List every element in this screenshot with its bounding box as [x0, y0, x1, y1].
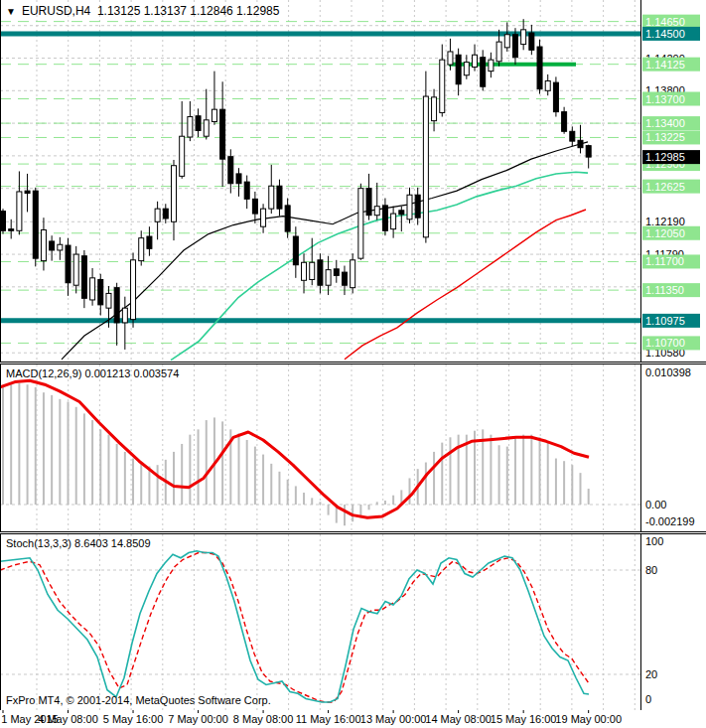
candle[interactable] [204, 120, 209, 136]
main-chart-panel[interactable]: 1.142001.138001.121901.117901.105801.146… [0, 0, 706, 363]
candle[interactable] [220, 109, 225, 159]
candle[interactable] [131, 260, 136, 320]
candle[interactable] [391, 214, 396, 229]
candle[interactable] [374, 207, 379, 216]
candle[interactable] [122, 308, 127, 323]
candle[interactable] [382, 206, 387, 230]
candle[interactable] [244, 182, 249, 199]
candle[interactable] [139, 238, 144, 261]
candle[interactable] [504, 35, 509, 48]
candle[interactable] [98, 279, 103, 304]
candle[interactable] [236, 174, 241, 184]
time-axis-label: 7 May 00:00 [168, 713, 228, 725]
candle[interactable] [310, 262, 315, 279]
candle[interactable] [33, 191, 38, 258]
stochastic-scale-label: 100 [645, 535, 663, 547]
price-tick-label: 1.12190 [645, 216, 685, 227]
candle[interactable] [570, 131, 575, 141]
candle[interactable] [106, 293, 111, 308]
stochastic-d-line [0, 553, 589, 703]
candle[interactable] [464, 63, 469, 75]
candle[interactable] [293, 236, 298, 265]
candle[interactable] [537, 47, 542, 89]
candle[interactable] [25, 191, 30, 193]
candlestick-series[interactable] [1, 19, 592, 350]
candle[interactable] [171, 166, 176, 222]
candle[interactable] [66, 245, 71, 283]
candle[interactable] [41, 229, 46, 260]
candle[interactable] [180, 136, 185, 176]
candle[interactable] [318, 260, 323, 285]
candle[interactable] [366, 189, 371, 216]
stochastic-indicator-panel[interactable]: 10080200 Stoch(13,3,3) 8.6403 14.8509 Fx… [0, 533, 706, 711]
macd-scale-min: -0.002199 [645, 515, 695, 527]
candle[interactable] [545, 80, 550, 90]
candle[interactable] [114, 288, 119, 323]
candle[interactable] [529, 33, 534, 50]
level-price-label: 1.11700 [645, 255, 684, 267]
macd-canvas[interactable]: 0.0103980.00-0.002199 [0, 364, 706, 531]
stochastic-canvas[interactable]: 10080200 [0, 534, 706, 710]
macd-signal-line [0, 380, 589, 517]
candle[interactable] [9, 229, 14, 231]
candle[interactable] [358, 189, 363, 258]
candle[interactable] [147, 236, 152, 248]
time-axis-label: 15 May 16:00 [491, 713, 557, 725]
candle[interactable] [252, 199, 257, 214]
candle[interactable] [407, 195, 412, 219]
candle[interactable] [415, 195, 420, 218]
candle[interactable] [81, 256, 86, 299]
stochastic-k-line [0, 551, 589, 702]
candle[interactable] [448, 52, 453, 65]
candle[interactable] [269, 186, 274, 209]
candle[interactable] [188, 117, 193, 137]
candle[interactable] [553, 82, 558, 112]
macd-axis-labels: 0.0103980.00-0.002199 [645, 366, 695, 527]
candle[interactable] [277, 186, 282, 209]
candle[interactable] [586, 146, 591, 157]
candle[interactable] [302, 262, 307, 280]
candle[interactable] [50, 241, 55, 250]
candle[interactable] [285, 206, 290, 231]
candle[interactable] [342, 272, 347, 285]
candle[interactable] [326, 270, 331, 286]
candle[interactable] [512, 35, 517, 58]
macd-indicator-panel[interactable]: 0.0103980.00-0.002199 MACD(12,26,9) 0.00… [0, 364, 706, 532]
candle[interactable] [334, 269, 339, 276]
ma-slow-red [345, 210, 586, 360]
candle[interactable] [163, 209, 168, 218]
level-price-label: 1.12625 [645, 181, 685, 193]
level-price-label: 1.14650 [645, 16, 685, 28]
level-price-label: 1.13225 [645, 131, 685, 143]
time-axis-label: 5 May 16:00 [103, 713, 164, 725]
candle[interactable] [423, 96, 428, 237]
candle[interactable] [1, 212, 6, 231]
time-axis[interactable]: 1 May 20154 May 08:005 May 16:007 May 00… [0, 710, 706, 728]
candle[interactable] [456, 55, 461, 84]
candle[interactable] [261, 209, 266, 226]
symbol-dropdown-icon[interactable]: ▼ [6, 6, 16, 17]
candle[interactable] [212, 109, 216, 121]
time-axis-label: 14 May 08:00 [425, 713, 492, 725]
candle[interactable] [155, 209, 160, 221]
candle[interactable] [196, 116, 201, 131]
candle[interactable] [473, 55, 478, 67]
candle[interactable] [432, 97, 437, 121]
candle[interactable] [578, 140, 583, 147]
main-chart-canvas[interactable]: 1.142001.138001.121901.117901.105801.146… [0, 0, 706, 362]
time-axis-label: 4 May 08:00 [38, 713, 98, 725]
price-axis-labels: 1.142001.138001.121901.117901.105801.146… [642, 15, 700, 360]
candle[interactable] [440, 60, 445, 112]
candle[interactable] [73, 254, 78, 285]
candle[interactable] [90, 278, 95, 300]
candle[interactable] [521, 30, 526, 45]
candle[interactable] [562, 112, 567, 132]
candle[interactable] [58, 244, 63, 250]
candle[interactable] [17, 192, 22, 230]
candle[interactable] [489, 60, 494, 71]
candle[interactable] [228, 157, 233, 184]
candle[interactable] [496, 42, 501, 62]
candle[interactable] [481, 58, 486, 87]
candle[interactable] [399, 211, 404, 215]
candle[interactable] [351, 260, 355, 288]
